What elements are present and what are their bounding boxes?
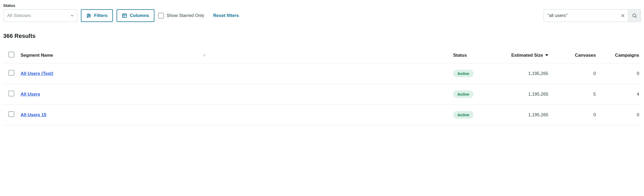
status-badge: Active — [453, 90, 473, 98]
campaigns-cell: 0 — [599, 105, 641, 125]
svg-line-12 — [636, 17, 637, 18]
columns-button[interactable]: Columns — [117, 9, 154, 22]
columns-button-label: Columns — [130, 13, 149, 18]
row-checkbox[interactable] — [8, 70, 14, 76]
column-header-estimated-size[interactable]: Estimated Size — [511, 53, 548, 58]
column-header-status[interactable]: Status — [453, 53, 467, 58]
column-header-campaigns[interactable]: Campaigns — [615, 53, 639, 58]
results-count: 366 Results — [3, 33, 641, 39]
segment-link[interactable]: All Users 15 — [21, 112, 46, 117]
sort-icon[interactable] — [203, 54, 206, 57]
row-checkbox[interactable] — [8, 91, 14, 96]
show-starred-checkbox[interactable] — [158, 13, 164, 19]
search-button[interactable] — [628, 9, 641, 22]
search-box — [544, 9, 628, 22]
campaigns-cell: 0 — [599, 63, 641, 84]
status-filter-label: Status — [3, 3, 641, 8]
clear-search-button[interactable] — [619, 12, 627, 19]
status-badge: Active — [453, 111, 473, 119]
svg-point-5 — [87, 16, 88, 17]
estimated-size-cell: 1,195,265 — [493, 84, 551, 105]
show-starred-label: Show Starred Only — [167, 13, 204, 18]
search-group — [544, 9, 641, 22]
select-all-checkbox[interactable] — [8, 52, 14, 57]
row-checkbox[interactable] — [8, 111, 14, 117]
column-header-campaigns-label: Campaigns — [615, 53, 639, 58]
canvases-cell: 0 — [551, 105, 599, 125]
sort-desc-icon — [203, 55, 206, 57]
column-header-canvases-label: Canvases — [575, 53, 596, 58]
layout-icon — [122, 13, 127, 18]
search-input[interactable] — [544, 13, 628, 18]
chevron-down-icon — [70, 14, 74, 18]
show-starred-only-toggle[interactable]: Show Starred Only — [158, 13, 204, 19]
column-header-segment-name-label: Segment Name — [21, 53, 53, 58]
status-badge: Active — [453, 70, 473, 77]
column-header-status-label: Status — [453, 53, 467, 58]
column-header-estimated-size-label: Estimated Size — [511, 53, 543, 58]
status-select-placeholder: All Statuses — [7, 13, 31, 18]
svg-point-4 — [89, 15, 90, 16]
sort-asc-icon — [203, 54, 206, 55]
estimated-size-cell: 1,195,265 — [493, 105, 551, 125]
status-select[interactable]: All Statuses — [3, 9, 77, 22]
canvases-cell: 0 — [551, 63, 599, 84]
estimated-size-cell: 1,195,265 — [493, 63, 551, 84]
column-header-segment-name[interactable]: Segment Name — [21, 53, 53, 58]
search-icon — [632, 13, 637, 18]
table-row: All Users (Test)Active1,195,26500 — [3, 63, 641, 84]
sort-desc-active-icon — [545, 54, 548, 56]
sliders-icon — [86, 13, 91, 18]
segments-table: Segment Name Status Estimated Size — [3, 47, 641, 125]
segment-link[interactable]: All Users — [21, 92, 40, 97]
svg-point-3 — [88, 14, 89, 15]
campaigns-cell: 4 — [599, 84, 641, 105]
filters-button-label: Filters — [94, 13, 108, 18]
filters-button[interactable]: Filters — [81, 9, 113, 22]
reset-filters-link[interactable]: Reset filters — [213, 13, 239, 18]
canvases-cell: 5 — [551, 84, 599, 105]
segment-link[interactable]: All Users (Test) — [21, 71, 53, 76]
table-row: All UsersActive1,195,26554 — [3, 84, 641, 105]
svg-rect-6 — [123, 14, 127, 17]
table-row: All Users 15Active1,195,26500 — [3, 105, 641, 125]
column-header-canvases[interactable]: Canvases — [575, 53, 596, 58]
toolbar: All Statuses Filters Columns Show Starre… — [3, 9, 641, 22]
